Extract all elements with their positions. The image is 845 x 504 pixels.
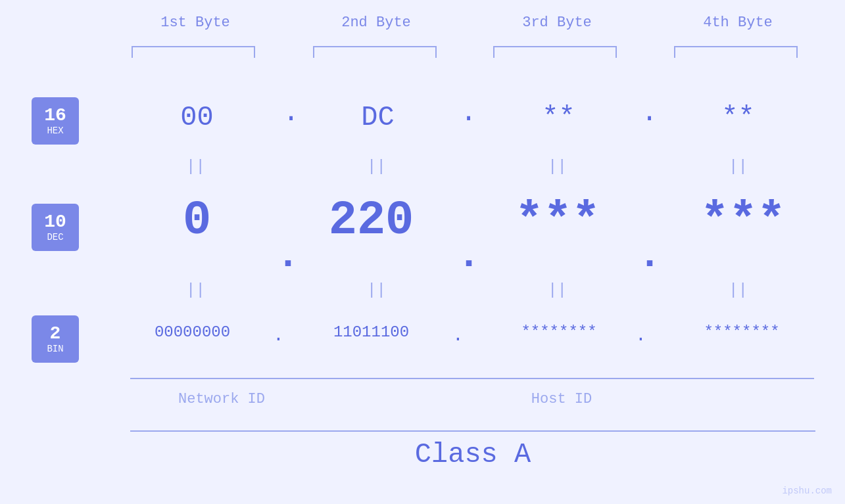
bin-dot-1: . — [273, 325, 284, 346]
hex-val-2: DC — [317, 102, 439, 133]
main-layout: 1st Byte 2nd Byte 3rd Byte 4th Byte 16 H… — [0, 0, 845, 504]
hex-val-1: 00 — [136, 102, 258, 133]
badge-bin-number: 2 — [50, 324, 61, 344]
class-label: Class A — [130, 439, 815, 470]
host-bracket — [309, 378, 814, 379]
hex-val-4: ** — [677, 102, 799, 133]
net-bracket — [130, 378, 313, 379]
top-bracket-3 — [493, 46, 617, 58]
sep1-4: || — [729, 158, 748, 175]
sep2-3: || — [548, 281, 567, 299]
dec-dot-3: . — [638, 233, 662, 278]
byte-header-3: 3rd Byte — [491, 14, 623, 31]
watermark: ipshu.com — [782, 486, 832, 496]
dec-val-1: 0 — [136, 194, 258, 248]
sep1-3: || — [548, 158, 567, 175]
host-id-label: Host ID — [309, 391, 814, 407]
dec-val-4: *** — [671, 194, 815, 248]
dec-dot-2: . — [457, 233, 481, 278]
badge-bin: 2 BIN — [32, 315, 79, 363]
sep2-1: || — [186, 281, 205, 299]
sep1-2: || — [367, 158, 386, 175]
byte-header-2: 2nd Byte — [310, 14, 442, 31]
bin-dot-3: . — [635, 325, 646, 346]
bin-val-2: 11011100 — [304, 323, 439, 341]
bin-val-3: ******** — [487, 323, 631, 341]
badge-hex-number: 16 — [44, 106, 66, 126]
bin-val-4: ******** — [669, 323, 814, 341]
badge-hex: 16 HEX — [32, 97, 79, 145]
hex-val-3: ** — [498, 102, 619, 133]
top-bracket-4 — [674, 46, 798, 58]
top-bracket-2 — [313, 46, 437, 58]
badge-hex-label: HEX — [47, 126, 63, 136]
dec-val-2: 220 — [310, 194, 432, 248]
network-id-label: Network ID — [130, 391, 313, 407]
dec-val-3: *** — [492, 194, 623, 248]
class-bracket — [130, 430, 815, 432]
badge-dec: 10 DEC — [32, 204, 79, 251]
hex-dot-2: . — [460, 97, 477, 129]
badge-bin-label: BIN — [47, 344, 63, 354]
byte-header-4: 4th Byte — [672, 14, 804, 31]
hex-dot-3: . — [641, 97, 658, 129]
top-bracket-1 — [132, 46, 255, 58]
byte-header-1: 1st Byte — [130, 14, 261, 31]
sep2-2: || — [367, 281, 386, 299]
badge-dec-number: 10 — [44, 212, 66, 233]
bin-val-1: 00000000 — [125, 323, 260, 341]
bin-dot-2: . — [452, 325, 464, 346]
hex-dot-1: . — [283, 97, 299, 129]
sep2-4: || — [729, 281, 748, 299]
sep1-1: || — [186, 158, 205, 175]
dec-dot-1: . — [276, 233, 300, 278]
badge-dec-label: DEC — [47, 232, 63, 242]
